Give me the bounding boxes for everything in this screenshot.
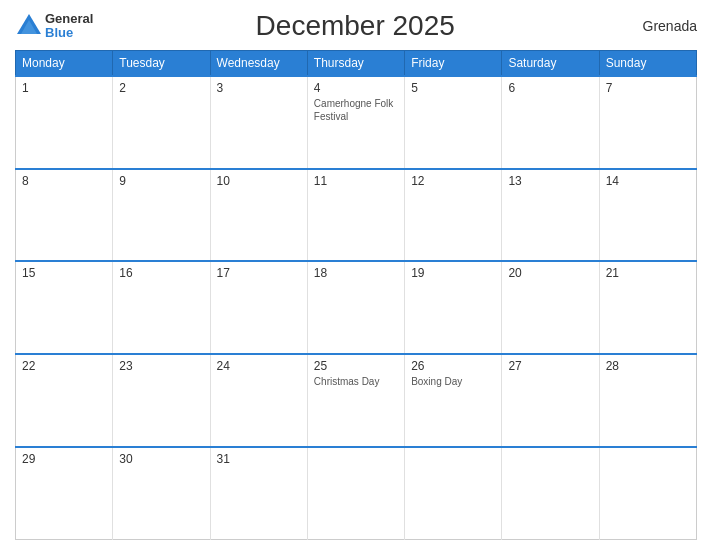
day-number: 24: [217, 359, 301, 373]
day-number: 16: [119, 266, 203, 280]
page: General Blue December 2025 Grenada Monda…: [0, 0, 712, 550]
week-row-5: 293031: [16, 447, 697, 540]
day-cell: [502, 447, 599, 540]
day-cell: 25Christmas Day: [307, 354, 404, 447]
col-saturday: Saturday: [502, 51, 599, 77]
day-cell: 15: [16, 261, 113, 354]
day-number: 2: [119, 81, 203, 95]
day-number: 5: [411, 81, 495, 95]
day-cell: 28: [599, 354, 696, 447]
day-number: 17: [217, 266, 301, 280]
day-event: Boxing Day: [411, 376, 462, 387]
day-cell: 14: [599, 169, 696, 262]
day-cell: 18: [307, 261, 404, 354]
day-number: 26: [411, 359, 495, 373]
day-cell: 6: [502, 76, 599, 169]
day-number: 27: [508, 359, 592, 373]
day-cell: 22: [16, 354, 113, 447]
logo: General Blue: [15, 12, 93, 41]
col-sunday: Sunday: [599, 51, 696, 77]
day-cell: [307, 447, 404, 540]
day-number: 31: [217, 452, 301, 466]
col-friday: Friday: [405, 51, 502, 77]
day-number: 7: [606, 81, 690, 95]
day-number: 3: [217, 81, 301, 95]
day-number: 15: [22, 266, 106, 280]
day-number: 4: [314, 81, 398, 95]
day-cell: 7: [599, 76, 696, 169]
calendar-table: Monday Tuesday Wednesday Thursday Friday…: [15, 50, 697, 540]
day-cell: 1: [16, 76, 113, 169]
day-cell: [405, 447, 502, 540]
day-cell: 24: [210, 354, 307, 447]
day-number: 20: [508, 266, 592, 280]
day-number: 28: [606, 359, 690, 373]
day-cell: 8: [16, 169, 113, 262]
day-number: 30: [119, 452, 203, 466]
calendar-title: December 2025: [93, 10, 617, 42]
day-number: 22: [22, 359, 106, 373]
logo-general-text: General: [45, 12, 93, 26]
day-cell: 10: [210, 169, 307, 262]
day-event: Camerhogne Folk Festival: [314, 98, 393, 122]
day-cell: 27: [502, 354, 599, 447]
day-number: 18: [314, 266, 398, 280]
day-cell: 12: [405, 169, 502, 262]
calendar-header: Monday Tuesday Wednesday Thursday Friday…: [16, 51, 697, 77]
day-number: 6: [508, 81, 592, 95]
day-number: 25: [314, 359, 398, 373]
logo-blue-text: Blue: [45, 26, 93, 40]
logo-icon: [15, 12, 43, 40]
day-cell: 23: [113, 354, 210, 447]
header: General Blue December 2025 Grenada: [15, 10, 697, 42]
calendar-body: 1234Camerhogne Folk Festival567891011121…: [16, 76, 697, 540]
week-row-1: 1234Camerhogne Folk Festival567: [16, 76, 697, 169]
day-number: 29: [22, 452, 106, 466]
col-monday: Monday: [16, 51, 113, 77]
day-number: 8: [22, 174, 106, 188]
day-number: 12: [411, 174, 495, 188]
day-cell: 31: [210, 447, 307, 540]
day-number: 9: [119, 174, 203, 188]
day-cell: 21: [599, 261, 696, 354]
week-row-4: 22232425Christmas Day26Boxing Day2728: [16, 354, 697, 447]
day-cell: 19: [405, 261, 502, 354]
day-cell: 5: [405, 76, 502, 169]
col-thursday: Thursday: [307, 51, 404, 77]
day-cell: 11: [307, 169, 404, 262]
day-event: Christmas Day: [314, 376, 380, 387]
day-cell: 16: [113, 261, 210, 354]
day-cell: 26Boxing Day: [405, 354, 502, 447]
day-cell: 4Camerhogne Folk Festival: [307, 76, 404, 169]
day-number: 11: [314, 174, 398, 188]
day-cell: 17: [210, 261, 307, 354]
day-cell: 13: [502, 169, 599, 262]
day-cell: [599, 447, 696, 540]
day-number: 13: [508, 174, 592, 188]
week-row-2: 891011121314: [16, 169, 697, 262]
day-number: 19: [411, 266, 495, 280]
col-wednesday: Wednesday: [210, 51, 307, 77]
day-number: 10: [217, 174, 301, 188]
day-cell: 3: [210, 76, 307, 169]
day-number: 14: [606, 174, 690, 188]
day-cell: 2: [113, 76, 210, 169]
days-of-week-row: Monday Tuesday Wednesday Thursday Friday…: [16, 51, 697, 77]
day-cell: 9: [113, 169, 210, 262]
week-row-3: 15161718192021: [16, 261, 697, 354]
country-label: Grenada: [617, 18, 697, 34]
day-number: 23: [119, 359, 203, 373]
day-cell: 30: [113, 447, 210, 540]
day-number: 1: [22, 81, 106, 95]
day-number: 21: [606, 266, 690, 280]
col-tuesday: Tuesday: [113, 51, 210, 77]
day-cell: 20: [502, 261, 599, 354]
day-cell: 29: [16, 447, 113, 540]
